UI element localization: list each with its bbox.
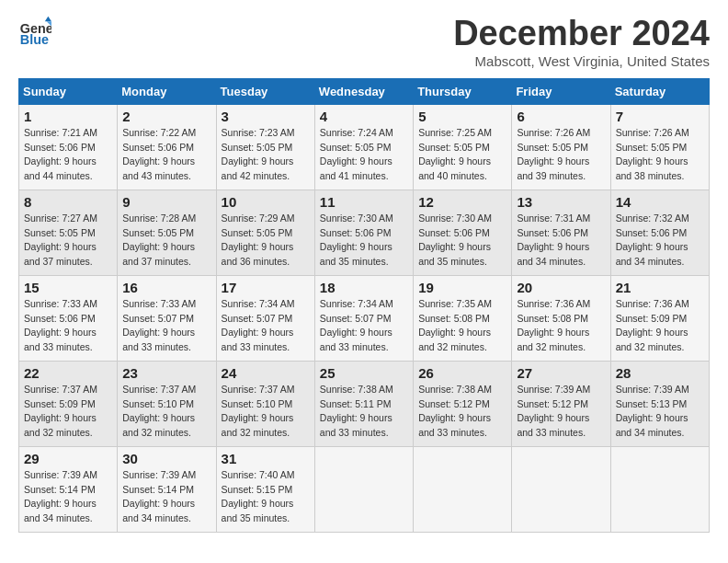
day-number: 16 — [122, 280, 210, 295]
header-tuesday: Tuesday — [216, 78, 314, 104]
day-number: 17 — [222, 280, 310, 295]
calendar-cell: 9Sunrise: 7:28 AMSunset: 5:05 PMDaylight… — [118, 190, 216, 275]
day-number: 9 — [122, 194, 210, 210]
calendar-header-row: SundayMondayTuesdayWednesdayThursdayFrid… — [19, 78, 710, 104]
day-number: 8 — [24, 194, 112, 210]
day-number: 3 — [222, 109, 310, 124]
day-info: Sunrise: 7:25 AMSunset: 5:05 PMDaylight:… — [418, 127, 492, 181]
day-number: 24 — [222, 365, 310, 381]
header-sunday: Sunday — [19, 78, 118, 104]
calendar-cell: 6Sunrise: 7:26 AMSunset: 5:05 PMDaylight… — [512, 104, 610, 190]
day-number: 28 — [616, 365, 704, 381]
header-wednesday: Wednesday — [314, 78, 413, 104]
day-info: Sunrise: 7:39 AMSunset: 5:14 PMDaylight:… — [122, 469, 196, 523]
calendar-cell: 20Sunrise: 7:36 AMSunset: 5:08 PMDayligh… — [512, 275, 610, 361]
day-number: 5 — [418, 109, 506, 124]
calendar-cell: 25Sunrise: 7:38 AMSunset: 5:11 PMDayligh… — [314, 361, 413, 446]
calendar-cell — [414, 446, 512, 532]
svg-text:Blue: Blue — [20, 32, 49, 47]
calendar-cell: 26Sunrise: 7:38 AMSunset: 5:12 PMDayligh… — [414, 361, 512, 446]
header-friday: Friday — [512, 78, 610, 104]
calendar-cell — [512, 446, 610, 532]
calendar-cell: 3Sunrise: 7:23 AMSunset: 5:05 PMDaylight… — [216, 104, 314, 190]
calendar-cell: 29Sunrise: 7:39 AMSunset: 5:14 PMDayligh… — [19, 446, 118, 532]
calendar-cell: 24Sunrise: 7:37 AMSunset: 5:10 PMDayligh… — [216, 361, 314, 446]
day-number: 1 — [24, 109, 112, 124]
header-monday: Monday — [118, 78, 216, 104]
day-number: 27 — [517, 365, 605, 381]
calendar-cell: 30Sunrise: 7:39 AMSunset: 5:14 PMDayligh… — [118, 446, 216, 532]
calendar-cell: 31Sunrise: 7:40 AMSunset: 5:15 PMDayligh… — [216, 446, 314, 532]
day-info: Sunrise: 7:29 AMSunset: 5:05 PMDaylight:… — [222, 213, 295, 267]
svg-marker-2 — [45, 17, 51, 21]
day-number: 6 — [517, 109, 605, 124]
day-info: Sunrise: 7:27 AMSunset: 5:05 PMDaylight:… — [24, 213, 97, 267]
calendar-cell: 22Sunrise: 7:37 AMSunset: 5:09 PMDayligh… — [19, 361, 118, 446]
day-info: Sunrise: 7:26 AMSunset: 5:05 PMDaylight:… — [517, 127, 590, 181]
title-block: December 2024 Mabscott, West Virginia, U… — [453, 15, 710, 69]
calendar-cell: 12Sunrise: 7:30 AMSunset: 5:06 PMDayligh… — [414, 190, 512, 275]
day-number: 21 — [616, 280, 704, 295]
day-info: Sunrise: 7:22 AMSunset: 5:06 PMDaylight:… — [122, 127, 196, 181]
calendar-week-3: 15Sunrise: 7:33 AMSunset: 5:06 PMDayligh… — [19, 275, 710, 361]
calendar-cell: 21Sunrise: 7:36 AMSunset: 5:09 PMDayligh… — [610, 275, 709, 361]
day-number: 26 — [418, 365, 506, 381]
day-number: 7 — [616, 109, 704, 124]
day-info: Sunrise: 7:31 AMSunset: 5:06 PMDaylight:… — [517, 213, 590, 267]
calendar-cell — [314, 446, 413, 532]
day-number: 10 — [222, 194, 310, 210]
day-number: 14 — [616, 194, 704, 210]
calendar-cell: 18Sunrise: 7:34 AMSunset: 5:07 PMDayligh… — [314, 275, 413, 361]
calendar-cell: 14Sunrise: 7:32 AMSunset: 5:06 PMDayligh… — [610, 190, 709, 275]
calendar-subtitle: Mabscott, West Virginia, United States — [453, 53, 710, 69]
day-info: Sunrise: 7:37 AMSunset: 5:09 PMDaylight:… — [24, 384, 97, 438]
calendar-cell: 10Sunrise: 7:29 AMSunset: 5:05 PMDayligh… — [216, 190, 314, 275]
day-number: 23 — [122, 365, 210, 381]
calendar-cell — [610, 446, 709, 532]
day-number: 22 — [24, 365, 112, 381]
calendar-table: SundayMondayTuesdayWednesdayThursdayFrid… — [18, 78, 710, 533]
calendar-cell: 23Sunrise: 7:37 AMSunset: 5:10 PMDayligh… — [118, 361, 216, 446]
calendar-cell: 15Sunrise: 7:33 AMSunset: 5:06 PMDayligh… — [19, 275, 118, 361]
day-info: Sunrise: 7:37 AMSunset: 5:10 PMDaylight:… — [122, 384, 196, 438]
day-info: Sunrise: 7:37 AMSunset: 5:10 PMDaylight:… — [222, 384, 295, 438]
day-number: 25 — [320, 365, 408, 381]
calendar-cell: 1Sunrise: 7:21 AMSunset: 5:06 PMDaylight… — [19, 104, 118, 190]
day-number: 19 — [418, 280, 506, 295]
day-number: 13 — [517, 194, 605, 210]
calendar-cell: 28Sunrise: 7:39 AMSunset: 5:13 PMDayligh… — [610, 361, 709, 446]
day-info: Sunrise: 7:34 AMSunset: 5:07 PMDaylight:… — [320, 298, 393, 352]
day-info: Sunrise: 7:23 AMSunset: 5:05 PMDaylight:… — [222, 127, 295, 181]
day-info: Sunrise: 7:24 AMSunset: 5:05 PMDaylight:… — [320, 127, 393, 181]
day-number: 4 — [320, 109, 408, 124]
calendar-cell: 4Sunrise: 7:24 AMSunset: 5:05 PMDaylight… — [314, 104, 413, 190]
calendar-cell: 17Sunrise: 7:34 AMSunset: 5:07 PMDayligh… — [216, 275, 314, 361]
day-info: Sunrise: 7:36 AMSunset: 5:08 PMDaylight:… — [517, 298, 590, 352]
logo: General Blue — [18, 15, 51, 48]
day-info: Sunrise: 7:33 AMSunset: 5:06 PMDaylight:… — [24, 298, 97, 352]
logo-icon: General Blue — [18, 15, 51, 48]
calendar-cell: 16Sunrise: 7:33 AMSunset: 5:07 PMDayligh… — [118, 275, 216, 361]
calendar-cell: 11Sunrise: 7:30 AMSunset: 5:06 PMDayligh… — [314, 190, 413, 275]
calendar-week-5: 29Sunrise: 7:39 AMSunset: 5:14 PMDayligh… — [19, 446, 710, 532]
day-info: Sunrise: 7:35 AMSunset: 5:08 PMDaylight:… — [418, 298, 492, 352]
day-number: 18 — [320, 280, 408, 295]
day-number: 15 — [24, 280, 112, 295]
day-info: Sunrise: 7:21 AMSunset: 5:06 PMDaylight:… — [24, 127, 97, 181]
day-info: Sunrise: 7:38 AMSunset: 5:11 PMDaylight:… — [320, 384, 393, 438]
day-number: 29 — [24, 451, 112, 466]
calendar-cell: 5Sunrise: 7:25 AMSunset: 5:05 PMDaylight… — [414, 104, 512, 190]
calendar-week-1: 1Sunrise: 7:21 AMSunset: 5:06 PMDaylight… — [19, 104, 710, 190]
day-info: Sunrise: 7:36 AMSunset: 5:09 PMDaylight:… — [616, 298, 689, 352]
day-number: 11 — [320, 194, 408, 210]
day-info: Sunrise: 7:38 AMSunset: 5:12 PMDaylight:… — [418, 384, 492, 438]
day-info: Sunrise: 7:30 AMSunset: 5:06 PMDaylight:… — [320, 213, 393, 267]
day-info: Sunrise: 7:40 AMSunset: 5:15 PMDaylight:… — [222, 469, 295, 523]
day-info: Sunrise: 7:39 AMSunset: 5:14 PMDaylight:… — [24, 469, 97, 523]
page-header: General Blue December 2024 Mabscott, Wes… — [18, 15, 710, 69]
header-thursday: Thursday — [414, 78, 512, 104]
day-number: 31 — [222, 451, 310, 466]
calendar-cell: 2Sunrise: 7:22 AMSunset: 5:06 PMDaylight… — [118, 104, 216, 190]
day-info: Sunrise: 7:39 AMSunset: 5:12 PMDaylight:… — [517, 384, 590, 438]
day-info: Sunrise: 7:32 AMSunset: 5:06 PMDaylight:… — [616, 213, 689, 267]
